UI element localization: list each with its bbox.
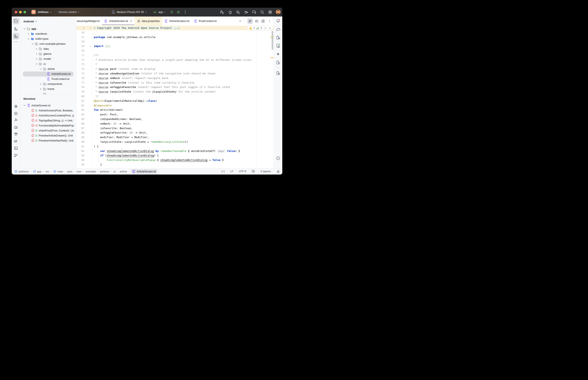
- caret-position-widget[interactable]: 1:1: [219, 170, 227, 173]
- structure-function-item[interactable]: fPreviewArticleDrawer(): Unit: [20, 133, 76, 138]
- device-explorer-button[interactable]: [275, 70, 282, 76]
- editor-tab-PostContent.kt[interactable]: PostContent.kt: [192, 17, 219, 26]
- build-tool-button[interactable]: [13, 117, 19, 124]
- project-tree-item[interactable]: [20, 92, 76, 95]
- project-widget[interactable]: JetNews: [38, 10, 49, 14]
- inspections-widget[interactable]: 2 3: [247, 26, 273, 30]
- fold-marker-icon[interactable]: ›: [89, 44, 92, 49]
- project-tree-item-ui[interactable]: ui: [20, 61, 76, 66]
- structure-function-item[interactable]: fArticleScreen(Post, Boolean,: [20, 108, 76, 113]
- indent-widget[interactable]: 4 spaces: [258, 170, 273, 173]
- build-hammer-icon[interactable]: [219, 10, 224, 15]
- problems-button[interactable]: [275, 155, 282, 162]
- project-tree-item-manifests[interactable]: manifests: [20, 31, 76, 36]
- debug-button[interactable]: [176, 10, 181, 15]
- structure-function-item[interactable]: fArticleScreenContent(Post, (): [20, 113, 76, 118]
- device-selector[interactable]: Medium Phone API 35: [117, 10, 144, 14]
- breadcrumb-java[interactable]: java: [67, 170, 72, 173]
- apply-changes-icon[interactable]: [227, 10, 232, 15]
- chevron-down-icon[interactable]: [31, 42, 34, 46]
- project-tree-item-PostContent.kt[interactable]: PostContent.kt: [20, 76, 76, 81]
- chevron-down-icon[interactable]: [35, 62, 38, 66]
- vcs-widget[interactable]: Version control: [58, 10, 76, 14]
- project-tree-item-com.example.jetnews[interactable]: com.example.jetnews: [20, 41, 76, 46]
- gradle-sync-icon[interactable]: [251, 10, 257, 15]
- more-actions-button[interactable]: [183, 10, 188, 15]
- chevron-down-button[interactable]: [238, 19, 243, 24]
- project-tree-item-article[interactable]: article: [20, 66, 76, 72]
- chevron-right-icon[interactable]: [39, 87, 42, 91]
- breadcrumb-article[interactable]: article: [120, 170, 127, 173]
- minimize-window-button[interactable]: [19, 11, 22, 14]
- project-tree-item-ArticleScreen.kt[interactable]: ArticleScreen.kt: [20, 72, 76, 76]
- zoom-window-button[interactable]: [23, 11, 26, 14]
- breadcrumb-src[interactable]: src: [46, 170, 49, 173]
- view-design-button[interactable]: [260, 19, 266, 24]
- breadcrumb-JetNews[interactable]: JetNews: [14, 170, 29, 173]
- editor-tab-HomeScreens.kt[interactable]: HomeScreens.kt: [162, 17, 192, 26]
- breadcrumb-app[interactable]: app: [33, 170, 42, 173]
- chevron-right-icon[interactable]: [39, 82, 42, 86]
- kebab-button[interactable]: [267, 19, 272, 24]
- running-devices-green-button[interactable]: [275, 42, 282, 49]
- close-window-button[interactable]: [15, 11, 17, 14]
- logcat-button[interactable]: [13, 138, 19, 145]
- breadcrumb-ArticleScreen.kt[interactable]: ArticleScreen.kt: [131, 169, 157, 174]
- chevron-down-icon[interactable]: [39, 67, 42, 71]
- apply-restart-icon[interactable]: [235, 10, 241, 15]
- chevron-down-icon[interactable]: [27, 37, 30, 40]
- running-devices-button[interactable]: [13, 103, 19, 110]
- editor-tab-ArticleScreen.kt[interactable]: ArticleScreen.kt: [102, 17, 135, 26]
- code-editor[interactable]: 1›/ Copyright 2020 The Android Open Sour…: [76, 26, 274, 168]
- project-view-header[interactable]: Android: [20, 17, 76, 26]
- gemini-sparkle-button[interactable]: [275, 51, 282, 57]
- services-button[interactable]: [13, 110, 19, 117]
- project-tree-item-glance[interactable]: glance: [20, 51, 76, 57]
- run-button[interactable]: [169, 10, 174, 15]
- structure-root-item[interactable]: ArticleScreen.kt: [20, 103, 76, 108]
- inspection-highlight-widget[interactable]: [249, 170, 258, 173]
- settings-gear-icon[interactable]: [268, 10, 273, 15]
- chevron-right-icon[interactable]: [27, 32, 30, 36]
- structure-function-item[interactable]: fTopAppBar(String, () -> Unit,: [20, 118, 76, 123]
- view-text-button[interactable]: [247, 19, 253, 24]
- terminal-button[interactable]: [13, 145, 19, 152]
- chevron-down-icon[interactable]: [23, 104, 26, 107]
- close-tab-icon[interactable]: [130, 20, 132, 22]
- line-separator-widget[interactable]: LF: [227, 170, 236, 173]
- version-control-button[interactable]: [13, 152, 19, 159]
- project-icon[interactable]: JN: [31, 10, 36, 14]
- next-problem-button[interactable]: [268, 27, 271, 29]
- gradle-elephant-button[interactable]: [275, 26, 282, 33]
- editor-tab-idea.properties[interactable]: idea.properties: [135, 17, 162, 26]
- encoding-widget[interactable]: UTF-8: [236, 170, 249, 173]
- breadcrumb-com[interactable]: com: [76, 170, 81, 173]
- profiler-button[interactable]: [13, 124, 19, 131]
- more-tools-button[interactable]: [13, 38, 19, 45]
- breadcrumb-ui[interactable]: ui: [113, 170, 116, 173]
- chevron-right-icon[interactable]: [35, 57, 38, 61]
- readonly-lock-widget[interactable]: [274, 170, 280, 173]
- breadcrumb-example[interactable]: example: [86, 170, 96, 173]
- project-folder-button[interactable]: [13, 18, 19, 24]
- project-tree-item-components[interactable]: components: [20, 81, 76, 87]
- prev-problem-button[interactable]: [264, 27, 267, 29]
- editor-tab-lanceAppWidget.kt[interactable]: lanceAppWidget.kt: [76, 17, 102, 26]
- chevron-right-icon[interactable]: [35, 52, 38, 56]
- fold-marker-icon[interactable]: ›: [89, 26, 92, 30]
- warning-stripe-mark[interactable]: [270, 57, 274, 58]
- breadcrumb-main[interactable]: main: [53, 170, 63, 173]
- project-tree-item-kotlin+java[interactable]: kotlin+java: [20, 36, 76, 41]
- project-tree-item-home[interactable]: home: [20, 87, 76, 92]
- notifications-bell-button[interactable]: [275, 18, 282, 24]
- chevron-down-icon[interactable]: [23, 27, 26, 31]
- user-avatar[interactable]: [276, 10, 281, 14]
- chevron-right-icon[interactable]: [35, 47, 38, 51]
- warning-stripe-mark[interactable]: [270, 37, 274, 38]
- structure-function-item[interactable]: fPreviewArticleNavRail(): Unit: [20, 138, 76, 143]
- attach-debugger-icon[interactable]: [243, 10, 249, 15]
- view-split-button[interactable]: [254, 19, 259, 24]
- search-icon[interactable]: [260, 10, 265, 15]
- device-manager-button[interactable]: [275, 34, 282, 41]
- app-quality-insights-button[interactable]: [13, 131, 19, 137]
